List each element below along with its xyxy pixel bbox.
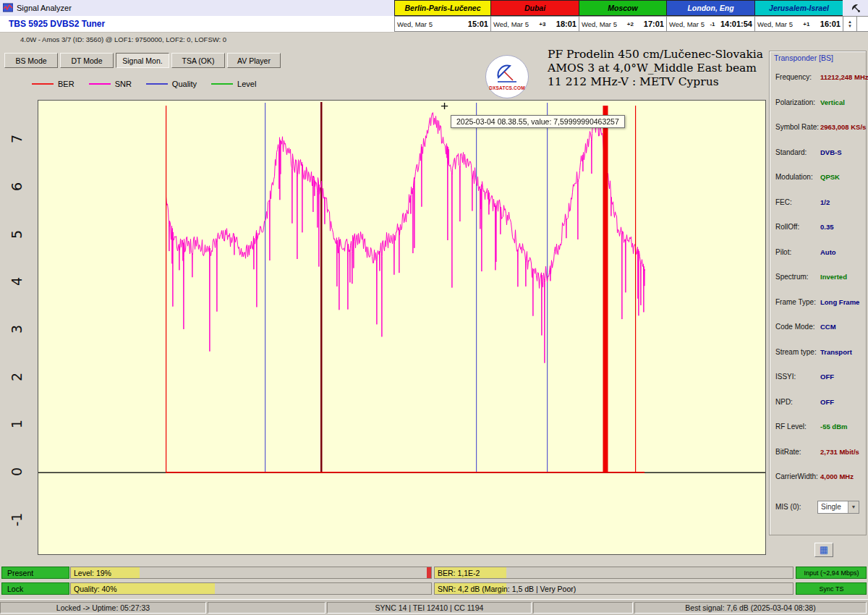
mis-row: MIS (0): Single ▼	[775, 501, 863, 514]
tp-field-value: OFF	[820, 398, 834, 406]
clock-date: Wed, Mar 5	[582, 20, 617, 28]
titlebar-corner	[843, 0, 868, 16]
tp-field-value: 0.35	[820, 223, 834, 231]
tab-bs-mode[interactable]: BS Mode	[4, 53, 58, 68]
level-label: Level: 19%	[74, 569, 111, 577]
clock-datetime-jerusalem-israel: Wed, Mar 5+116:01	[754, 16, 843, 32]
tp-field-value: 2963,008 KS/s	[820, 123, 866, 131]
legend-item-quality: Quality	[146, 80, 197, 88]
annotation-text: PF Prodelin 450 cm/Lučenec-Slovakia AMOS…	[548, 48, 763, 89]
clock-utc-offset: +3	[539, 21, 545, 27]
tp-field-label: Polarization:	[775, 98, 820, 106]
tp-field-value: DVB-S	[820, 148, 842, 156]
chevron-down-icon[interactable]: ▼	[848, 501, 859, 513]
clock-date: Wed, Mar 5	[757, 20, 793, 28]
tp-field-label: Code Mode:	[775, 323, 820, 331]
panel-action-button[interactable]: ▦	[814, 543, 833, 557]
tp-field-label: Stream type:	[775, 348, 820, 356]
logo-dish-icon	[494, 63, 520, 85]
tuner-title: TBS 5925 DVBS2 Tuner	[0, 19, 105, 29]
tp-field-label: Frequency:	[775, 73, 820, 81]
y-tick--1: -1	[7, 507, 27, 532]
tab-dt-mode[interactable]: DT Mode	[60, 53, 114, 68]
quality-progress: Quality: 40%	[70, 582, 432, 595]
tp-field-fec: FEC:1/2	[775, 198, 864, 206]
clock-time: 15:01	[468, 20, 488, 28]
tp-field-value: 4,000 MHz	[820, 472, 854, 480]
y-axis-labels: 76543210-1	[4, 100, 33, 554]
tp-field-label: FEC:	[775, 198, 820, 206]
clock-city-london-eng: London, Eng	[666, 0, 754, 16]
mis-select[interactable]: Single ▼	[817, 501, 859, 514]
legend-swatch	[211, 83, 233, 85]
sync-ts-indicator: Sync TS	[796, 582, 867, 595]
clock-city-jerusalem-israel: Jerusalem-Israel	[754, 0, 843, 16]
legend-swatch	[32, 83, 54, 85]
tuner-subtitle: 4.0W - Amos 3/7 (ID: 3560) @ LOF1: 97500…	[20, 35, 226, 43]
tp-field-label: Spectrum:	[775, 273, 820, 281]
transponder-panel: Transponder [BS] Frequency:11212,248 MHz…	[769, 51, 867, 535]
clock-city-berlin-paris-lu-enec: Berlin-Paris-Lučenec	[394, 0, 490, 16]
y-tick-4: 4	[7, 269, 27, 294]
tp-field-value: CCM	[820, 323, 836, 331]
clock-time: 17:01	[644, 20, 664, 28]
clock-city-dubai: Dubai	[490, 0, 579, 16]
annotation-line-2: AMOS 3 at 4,0°W_Middle East beam	[548, 62, 763, 75]
mode-tabs: BS ModeDT ModeSignal Mon.TSA (OK)AV Play…	[4, 53, 283, 68]
y-tick-3: 3	[7, 317, 27, 342]
tp-field-value: Auto	[820, 248, 836, 256]
legend-item-ber: BER	[32, 80, 75, 88]
tab-signal-mon[interactable]: Signal Mon.	[116, 53, 169, 68]
mis-label: MIS (0):	[775, 503, 817, 511]
input-indicator: Input (~2,94 Mbps)	[796, 567, 867, 579]
clock-city-moscow: Moscow	[579, 0, 666, 16]
level-peak-marker	[427, 567, 431, 578]
tp-field-value: -55 dBm	[820, 423, 847, 430]
quality-label: Quality: 40%	[74, 585, 117, 593]
tp-field-frame-type: Frame Type:Long Frame	[775, 298, 864, 306]
statusbar-segment-1	[208, 602, 326, 614]
ber-label: BER: 1,1E-2	[438, 569, 480, 577]
signal-chart[interactable]: + 2025-03-04 08.38.55, value: 7,59999990…	[38, 100, 766, 555]
snr-label: SNR: 4,2 dB (Margin: 1,5 dB | Very Poor)	[438, 585, 576, 593]
legend-label: Quality	[172, 80, 197, 88]
clock-date: Wed, Mar 5	[493, 20, 529, 28]
tp-field-stream-type: Stream type:Transport	[775, 348, 864, 356]
tp-field-pilot: Pilot:Auto	[775, 248, 864, 256]
statusbar-segment-0: Locked -> Uptime: 05:27:33	[0, 602, 206, 614]
y-tick-7: 7	[7, 127, 27, 151]
tp-field-value: 11212,248 MHz	[820, 73, 868, 81]
grid-icon: ▦	[820, 544, 828, 555]
clock-time: 14:01:54	[720, 20, 752, 28]
annotation-line-3: 11 212 MHz-V : METV Cyprus	[548, 75, 763, 89]
y-tick-2: 2	[7, 365, 27, 389]
tp-field-standard: Standard:DVB-S	[775, 148, 864, 156]
tp-field-label: RollOff:	[775, 223, 820, 231]
legend-item-snr: SNR	[89, 80, 132, 88]
tp-field-label: Modulation:	[775, 173, 820, 181]
statusbar-segment-4: Best signal: 7,6 dB (2025-03-04 08:38)	[634, 602, 867, 614]
tp-field-value: Transport	[820, 348, 852, 356]
app-icon	[3, 3, 13, 13]
chart-tooltip: 2025-03-04 08.38.55, value: 7,5999999046…	[451, 115, 625, 128]
status-row-1: Present Level: 19% BER: 1,1E-2 Input (~2…	[0, 567, 868, 579]
tp-field-rf-level: RF Level:-55 dBm	[775, 423, 864, 430]
dxsatcs-logo: DXSATCS.COM	[485, 55, 529, 98]
tab-tsa-ok[interactable]: TSA (OK)	[171, 53, 225, 68]
annotation-line-1: PF Prodelin 450 cm/Lučenec-Slovakia	[548, 48, 763, 62]
lock-indicator: Lock	[1, 582, 69, 595]
level-progress: Level: 19%	[70, 567, 432, 579]
y-tick-1: 1	[7, 412, 27, 436]
tab-av-player[interactable]: AV Player	[227, 53, 281, 68]
transponder-panel-title: Transponder [BS]	[774, 54, 833, 62]
satellite-dish-icon	[850, 2, 861, 14]
clock-scroll-spinner[interactable]: ▲ ▼	[843, 16, 857, 32]
tp-field-bitrate: BitRate:2,731 Mbit/s	[775, 448, 864, 456]
tp-field-value: 2,731 Mbit/s	[820, 448, 859, 456]
tp-field-label: BitRate:	[775, 448, 820, 456]
chart-canvas[interactable]	[38, 101, 765, 554]
tp-field-value: Long Frame	[820, 298, 859, 306]
signal-analyzer-window: Signal Analyzer TBS 5925 DVBS2 Tuner Ber…	[0, 0, 868, 615]
tp-field-label: CarrierWidth:	[775, 472, 820, 480]
spinner-down-icon[interactable]: ▼	[848, 24, 852, 28]
